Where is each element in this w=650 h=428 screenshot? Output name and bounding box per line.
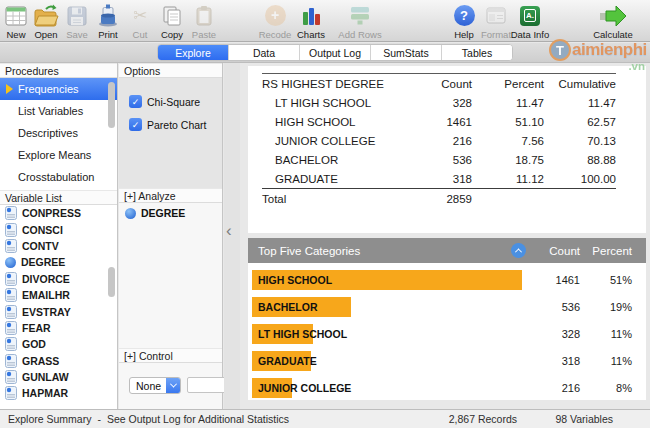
tab-bar: Explore Data Output Log SumStats Tables	[0, 43, 650, 63]
control-header: [+] Control	[119, 348, 222, 363]
procedure-item[interactable]: Crosstabulation	[0, 166, 117, 188]
tab[interactable]: Output Log	[300, 45, 371, 60]
variable-doc-icon	[5, 337, 17, 351]
checkbox-label: Chi-Square	[147, 96, 200, 108]
procedure-item[interactable]: Descriptives	[0, 122, 117, 144]
variable-label: DIVORCE	[22, 273, 70, 285]
tab[interactable]: SumStats	[371, 45, 442, 60]
tab[interactable]: Explore	[158, 45, 229, 60]
procedure-label: Frequencies	[18, 83, 79, 95]
variable-doc-icon	[5, 272, 17, 286]
variable-doc-icon	[5, 206, 17, 220]
procedure-item[interactable]: List Variables	[0, 100, 117, 122]
variable-doc-icon	[5, 321, 17, 335]
checkbox-checked-icon[interactable]: ✓	[129, 95, 142, 108]
help-button[interactable]: ? Help	[450, 3, 478, 40]
percent-value: 51.10	[472, 116, 544, 128]
category-label: GRADUATE	[262, 173, 392, 185]
cut-button[interactable]: ✂ Cut	[126, 3, 154, 40]
calculate-button[interactable]: Calculate	[585, 3, 641, 40]
bar-count-value: 318	[532, 355, 580, 367]
variable-item[interactable]: GOD	[0, 336, 117, 352]
variable-doc-icon	[5, 288, 17, 302]
data-info-button[interactable]: A. Data Info	[505, 3, 555, 40]
play-triangle-icon	[6, 84, 13, 94]
records-count: 2,867 Records	[449, 413, 517, 425]
analyze-variable-item[interactable]: DEGREE	[125, 207, 222, 219]
table-row: HIGH SCHOOL 1461 51.10 62.57	[262, 112, 616, 131]
variable-item[interactable]: FEAR	[0, 320, 117, 336]
variable-list-header: Variable List	[0, 190, 117, 205]
variable-item[interactable]: CONSCI	[0, 221, 117, 237]
category-label: BACHELOR	[262, 154, 392, 166]
collapse-panel-chevron-icon[interactable]: ‹	[226, 221, 232, 241]
procedures-scrollbar[interactable]	[108, 82, 115, 128]
left-sidebar: Procedures Frequencies List Variables	[0, 63, 118, 409]
control-input[interactable]	[187, 377, 229, 393]
copy-button[interactable]: Copy	[156, 3, 188, 40]
control-dropdown[interactable]: None	[129, 377, 181, 394]
tab-label: Tables	[462, 47, 492, 59]
tab[interactable]: Tables	[442, 45, 512, 60]
variable-doc-icon	[5, 223, 17, 237]
variable-item[interactable]: GRASS	[0, 353, 117, 369]
variables-scrollbar[interactable]	[108, 267, 115, 297]
top-five-title: Top Five Categories	[258, 245, 511, 257]
bar-percent-value: 19%	[580, 301, 632, 313]
top-five-row: BACHELOR 536 19%	[248, 293, 646, 320]
variable-label: CONPRESS	[22, 207, 81, 219]
variable-doc-icon	[5, 370, 17, 384]
variable-label: CONTV	[22, 240, 59, 252]
open-button[interactable]: Open	[30, 3, 62, 40]
cumulative-value: 62.57	[544, 116, 616, 128]
bar-category-label: JUNIOR COLLEGE	[258, 382, 351, 394]
procedure-item[interactable]: Frequencies	[0, 78, 117, 100]
variable-label: EVSTRAY	[22, 306, 71, 318]
new-document-icon	[2, 3, 30, 28]
tab[interactable]: Data	[229, 45, 300, 60]
variable-item[interactable]: EMAILHR	[0, 287, 117, 303]
variable-item[interactable]: CONTV	[0, 238, 117, 254]
checkbox-checked-icon[interactable]: ✓	[129, 118, 142, 131]
cumulative-value: 100.00	[544, 173, 616, 185]
variable-item[interactable]: DIVORCE	[0, 271, 117, 287]
tab-label: Data	[253, 47, 275, 59]
variable-item[interactable]: HAPMAR	[0, 385, 117, 401]
frequencies-table-rows: LT HIGH SCHOOL 328 11.47 11.47 HIGH SCHO…	[262, 93, 616, 188]
table-row: BACHELOR 536 18.75 88.88	[262, 150, 616, 169]
bar-percent-value: 51%	[580, 274, 632, 286]
procedure-item[interactable]: Explore Means	[0, 144, 117, 166]
variable-item[interactable]: GUNLAW	[0, 369, 117, 385]
panel-gutter: ‹	[224, 63, 240, 409]
save-floppy-icon	[63, 3, 91, 28]
bar-category-label: LT HIGH SCHOOL	[258, 328, 347, 340]
bar-chart-icon	[293, 3, 329, 28]
bar-count-value: 216	[532, 382, 580, 394]
option-checkbox-row[interactable]: ✓ Chi-Square	[129, 95, 222, 108]
procedures-header: Procedures	[0, 63, 117, 78]
add-rows-button[interactable]: Add Rows	[334, 3, 386, 40]
variable-in-use-icon	[5, 257, 16, 268]
top-five-row: LT HIGH SCHOOL 328 11%	[248, 320, 646, 347]
recode-button[interactable]: + Recode	[252, 3, 298, 40]
variable-list: CONPRESS CONSCI	[0, 205, 117, 409]
toolbar: New Open Save Print ✂ Cut Copy	[0, 0, 650, 42]
chevron-down-icon[interactable]	[166, 378, 180, 393]
sort-ascending-button[interactable]	[511, 243, 526, 258]
save-button[interactable]: Save	[63, 3, 91, 40]
new-button[interactable]: New	[2, 3, 30, 40]
variable-item[interactable]: DEGREE	[0, 254, 117, 270]
variable-item[interactable]: EVSTRAY	[0, 303, 117, 319]
bar-category-label: GRADUATE	[258, 355, 317, 367]
option-checkbox-row[interactable]: ✓ Pareto Chart	[129, 118, 222, 131]
dropdown-value: None	[136, 380, 161, 392]
bar-percent-value: 8%	[580, 382, 632, 394]
column-variable: RS HIGHEST DEGREE	[262, 78, 392, 90]
paste-clipboard-icon	[188, 3, 220, 28]
charts-button[interactable]: Charts	[293, 3, 329, 40]
variable-item[interactable]: CONPRESS	[0, 205, 117, 221]
paste-button[interactable]: Paste	[188, 3, 220, 40]
category-label: LT HIGH SCHOOL	[262, 97, 392, 109]
column-percent: Percent	[472, 78, 544, 90]
print-button[interactable]: Print	[93, 3, 123, 40]
